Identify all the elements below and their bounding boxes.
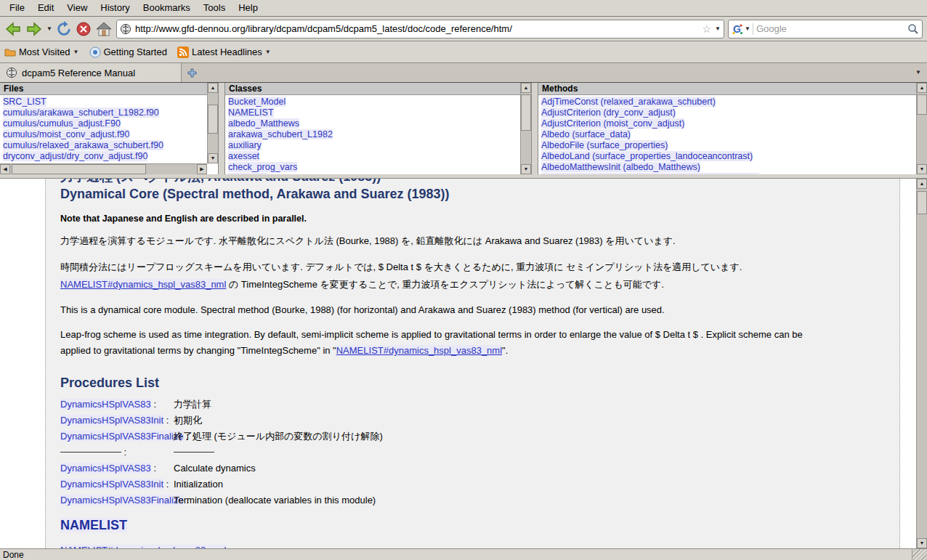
procedure-link[interactable]: DynamicsHSplVAS83Init (60, 415, 163, 426)
frame-divider[interactable] (218, 83, 225, 174)
class-link[interactable]: check_prog_vars (228, 162, 297, 172)
scroll-left-button[interactable]: ◀ (0, 164, 10, 174)
list-item: AdjustCriterion (moist_conv_adjust) (541, 118, 924, 129)
procedure-link[interactable]: DynamicsHSplVAS83 (60, 463, 151, 474)
list-item: SRC_LIST (3, 97, 215, 107)
scroll-up-button[interactable]: ▲ (917, 179, 927, 189)
bookmark-star-icon[interactable]: ☆ (703, 24, 712, 34)
namelist-heading: NAMELIST (60, 517, 885, 533)
menu-edit[interactable]: Edit (31, 0, 60, 16)
procedure-link[interactable]: DynamicsHSplVAS83 (60, 399, 151, 410)
class-link[interactable]: axesset (228, 151, 259, 161)
url-bar[interactable]: http://www.gfd-dennou.org/library/dcpam/… (116, 20, 724, 38)
scrollbar-thumb[interactable] (521, 94, 531, 131)
scroll-down-button[interactable]: ▼ (208, 153, 218, 163)
menu-bookmarks[interactable]: Bookmarks (137, 0, 197, 16)
menu-view[interactable]: View (60, 0, 94, 16)
scrollbar-thumb[interactable] (208, 105, 218, 134)
stop-icon (76, 21, 92, 37)
methods-vertical-scrollbar[interactable]: ▲ ▼ (916, 83, 927, 174)
scroll-right-button[interactable]: ▶ (197, 164, 207, 174)
stop-button[interactable] (76, 21, 92, 37)
colon: : (163, 415, 169, 426)
separator-line (174, 452, 214, 453)
scroll-up-button[interactable]: ▲ (917, 83, 927, 93)
scroll-down-button[interactable]: ▼ (521, 164, 531, 174)
class-link[interactable]: Bucket_Model (228, 97, 286, 107)
search-engine-selector[interactable]: G ▼ (732, 23, 753, 35)
classes-vertical-scrollbar[interactable]: ▲ ▼ (520, 83, 531, 174)
method-link[interactable]: AdjTimeConst (relaxed_arakawa_schubert) (541, 97, 716, 107)
search-box[interactable]: G ▼ Google (728, 20, 923, 38)
files-vertical-scrollbar[interactable]: ▲ ▼ (207, 83, 218, 163)
site-favicon (120, 23, 131, 35)
method-link[interactable]: AlbedoMatthewsInit (albedo_Matthews) (541, 162, 700, 172)
tab-dcpam5-reference-manual[interactable]: dcpam5 Reference Manual (0, 63, 182, 82)
search-input[interactable]: Google (756, 23, 904, 34)
scroll-up-button[interactable]: ▲ (208, 83, 218, 93)
procedure-link[interactable]: DynamicsHSplVAS83Finalize (60, 431, 184, 442)
method-link[interactable]: AdjustCriterion (moist_conv_adjust) (541, 118, 684, 129)
home-button[interactable] (95, 20, 113, 38)
back-button[interactable] (4, 20, 22, 38)
bookmark-label: Most Visited (19, 46, 70, 57)
namelist-nml-link[interactable]: NAMELIST#dynamics_hspl_vas83_nml (60, 279, 226, 290)
list-all-tabs-caret-icon[interactable]: ▼ (915, 63, 921, 82)
menu-help[interactable]: Help (232, 0, 264, 16)
method-link[interactable]: AdjustCriterion (dry_conv_adjust) (541, 107, 676, 118)
file-link[interactable]: SRC_LIST (3, 97, 46, 107)
bookmark-latest-headlines[interactable]: Latest Headlines ▼ (177, 46, 271, 58)
content-vertical-scrollbar[interactable]: ▲ ▼ (916, 179, 927, 548)
namelist-nml-link[interactable]: NAMELIST#dynamics_hspl_vas83_nml (60, 545, 226, 548)
file-link[interactable]: cumulus/cumulus_adjust.F90 (3, 118, 121, 129)
new-tab-button[interactable] (182, 63, 202, 82)
menu-history[interactable]: History (94, 0, 136, 16)
procedure-link[interactable]: DynamicsHSplVAS83Init (60, 479, 163, 490)
class-link[interactable]: auxiliary (228, 140, 262, 150)
class-link[interactable]: constants (228, 173, 267, 174)
method-link[interactable]: Albedo (surface_data) (541, 129, 631, 139)
scroll-up-button[interactable]: ▲ (521, 83, 531, 93)
forward-button[interactable] (25, 20, 43, 38)
scrollbar-thumb[interactable] (917, 94, 927, 115)
file-link[interactable]: cumulus/relaxed_arakawa_schubert.f90 (3, 140, 163, 150)
menu-file[interactable]: File (3, 0, 31, 16)
file-link[interactable]: dryconv_adjust/dry_conv_adjust.f90 (3, 151, 147, 161)
namelist-nml-link[interactable]: NAMELIST#dynamics_hspl_vas83_nml (336, 345, 502, 356)
scroll-down-button[interactable]: ▼ (917, 538, 927, 548)
scroll-up-icon: ▲ (920, 85, 925, 91)
classes-list: Bucket_Model NAMELIST albedo_Matthews ar… (225, 95, 531, 174)
scrollbar-thumb[interactable] (12, 164, 146, 174)
back-icon (4, 20, 22, 38)
separator-line (60, 452, 121, 453)
paragraph-text: This is a dynamical core module. Spectra… (60, 304, 665, 315)
class-link[interactable]: arakawa_schubert_L1982 (228, 129, 333, 139)
back-history-caret-icon[interactable]: ▼ (46, 26, 52, 32)
scroll-down-button[interactable]: ▼ (917, 164, 927, 174)
method-link[interactable]: AlbedoLand (surface_properties_landocean… (541, 151, 753, 161)
procedure-link[interactable]: DynamicsHSplVAS83Finalize (60, 495, 184, 506)
colon: : (163, 479, 169, 490)
bookmark-getting-started[interactable]: Getting Started (89, 46, 167, 58)
method-link[interactable]: AlbedoFile (surface_properties) (541, 140, 668, 150)
class-link[interactable]: albedo_Matthews (228, 118, 299, 129)
file-link[interactable]: cumulus/moist_conv_adjust.f90 (3, 129, 129, 139)
frame-divider[interactable] (531, 83, 538, 174)
procedures-list: DynamicsHSplVAS83 : 力学計算 DynamicsHSplVAS… (60, 397, 885, 508)
search-magnifier-icon[interactable] (907, 23, 919, 35)
scrollbar-thumb[interactable] (917, 191, 927, 214)
reload-button[interactable] (56, 21, 72, 37)
files-horizontal-scrollbar[interactable]: ◀ ▶ (0, 163, 207, 174)
namelist-heading-link[interactable]: NAMELIST (60, 518, 127, 532)
scroll-up-icon: ▲ (920, 181, 925, 187)
bookmark-most-visited[interactable]: Most Visited ▼ (4, 46, 79, 58)
file-link[interactable]: cumulus/arakawa_schubert_L1982.f90 (3, 107, 159, 118)
url-dropdown-caret-icon[interactable]: ▼ (715, 26, 721, 32)
menu-tools[interactable]: Tools (197, 0, 232, 16)
resize-grip[interactable] (912, 549, 927, 560)
search-engine-caret-icon[interactable]: ▼ (745, 26, 750, 32)
url-text[interactable]: http://www.gfd-dennou.org/library/dcpam/… (135, 23, 699, 34)
methods-frame: Methods AdjTimeConst (relaxed_arakawa_sc… (538, 83, 927, 174)
class-link[interactable]: NAMELIST (228, 107, 274, 118)
method-link[interactable]: AlbedoOcean (surface_properties_landocea… (541, 173, 759, 174)
